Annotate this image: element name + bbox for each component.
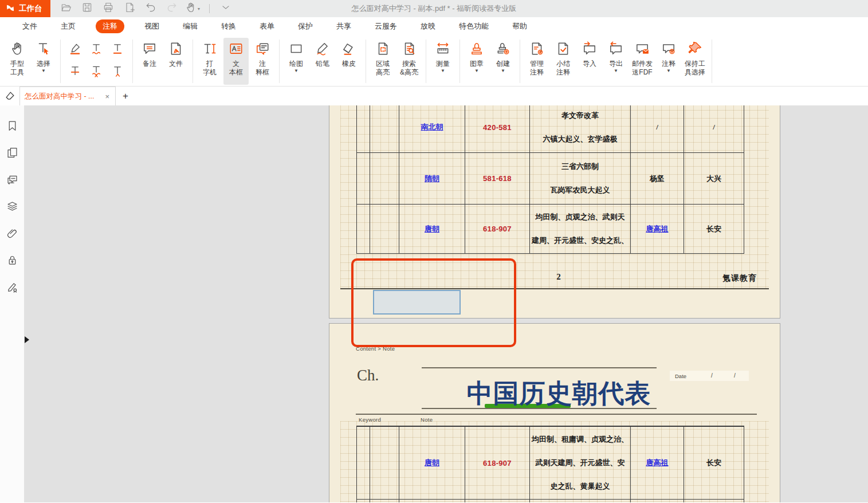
search-highlight-button[interactable]: 搜索 &高亮: [396, 38, 422, 85]
founder-value: /: [656, 123, 658, 132]
ribbon-button-label: 橡皮: [342, 60, 356, 68]
pencil-button[interactable]: 铅笔: [310, 38, 335, 85]
sidebar-comments-button[interactable]: [6, 174, 18, 187]
signature-icon: [6, 281, 18, 296]
ribbon-button-label: 导入: [583, 60, 596, 68]
measure-button[interactable]: 测量▼: [430, 38, 455, 85]
sidebar-layers-button[interactable]: [6, 201, 18, 214]
ribbon-button-label: 选择: [37, 60, 50, 68]
dynasty-cell: 南北朝: [399, 105, 465, 152]
file-attachment-button[interactable]: 文件: [163, 38, 188, 85]
ribbon-group: [65, 38, 128, 85]
highlight-text-button[interactable]: [66, 41, 85, 60]
eraser-button[interactable]: 橡皮: [336, 38, 362, 85]
years-value: 581-618: [483, 174, 512, 183]
years-cell: 581-618: [465, 153, 530, 204]
hand-tool-button[interactable]: 手型 工具: [5, 38, 30, 85]
capital-cell: /: [684, 105, 744, 152]
dynasty-link[interactable]: 唐朝: [425, 458, 439, 468]
new-tab-button[interactable]: +: [116, 87, 135, 105]
insert-text-button[interactable]: [109, 64, 127, 82]
manage-comments-button[interactable]: 管理 注释: [524, 38, 549, 85]
callout-icon: [255, 41, 270, 58]
drawing-button[interactable]: 绘图▼: [284, 38, 309, 85]
founder-value[interactable]: 唐高祖: [646, 458, 669, 468]
menu-表单[interactable]: 表单: [256, 19, 278, 33]
dynasty-link[interactable]: 南北朝: [421, 122, 443, 132]
history-table-page3: 唐朝618-907均田制、租庸调、贞观之治、武则天建周、开元盛世、安史之乱、黄巢…: [356, 426, 744, 502]
menu-特色功能[interactable]: 特色功能: [455, 19, 492, 33]
squiggly-underline-button[interactable]: [88, 41, 106, 60]
print-button[interactable]: [102, 2, 115, 15]
callout-button[interactable]: 注 释框: [250, 38, 275, 85]
select-tool-button[interactable]: 选择▼: [31, 38, 56, 85]
tab-close-icon[interactable]: ×: [104, 92, 111, 101]
founder-cell: /: [631, 105, 684, 152]
dropdown-caret-icon: ▼: [294, 69, 299, 73]
menu-保护[interactable]: 保护: [294, 19, 316, 33]
workspace-logo-button[interactable]: 工作台: [0, 0, 50, 17]
sidebar-pages-button[interactable]: [6, 147, 18, 160]
import-comments-button[interactable]: 导入: [577, 38, 602, 85]
panel-expander-arrow[interactable]: [25, 336, 29, 343]
menu-注释[interactable]: 注释: [96, 19, 124, 33]
textbox-icon: [229, 41, 243, 58]
dynasty-link[interactable]: 唐朝: [425, 224, 439, 234]
textbox-button[interactable]: 文 本框: [223, 38, 249, 85]
dropdown-caret-icon: ▼: [666, 69, 671, 73]
underline-button[interactable]: [109, 41, 127, 60]
founder-value[interactable]: 唐高祖: [646, 224, 669, 234]
summarize-comments-button[interactable]: 小结 注释: [551, 38, 576, 85]
document-tab[interactable]: 怎么面对高中学习 - ... ×: [19, 87, 116, 105]
menu-主页[interactable]: 主页: [57, 19, 79, 33]
events-cell: 三省六部制瓦岗军农民大起义: [530, 153, 631, 204]
area-highlight-button[interactable]: 区域 高亮: [370, 38, 395, 85]
open-file-button[interactable]: [60, 2, 72, 15]
chapter-label: Ch.: [357, 367, 379, 384]
founder-cell: 唐高祖: [631, 427, 684, 499]
keyword-rule: [356, 414, 757, 415]
typewriter-button[interactable]: 打 字机: [197, 38, 222, 85]
capital-value: 长安: [706, 224, 721, 234]
replace-text-button[interactable]: [88, 64, 106, 82]
export-comments-button[interactable]: 导出▼: [603, 38, 629, 85]
customize-toolbar-button[interactable]: [219, 2, 232, 15]
eraser-tool-icon[interactable]: [0, 87, 19, 105]
menu-共享[interactable]: 共享: [333, 19, 355, 33]
menu-帮助[interactable]: 帮助: [509, 19, 531, 33]
ribbon-button-label: 备注: [143, 60, 156, 68]
create-stamp-button[interactable]: 创建▼: [490, 38, 516, 85]
save-button[interactable]: [81, 2, 93, 15]
dynasty-link[interactable]: 隋朝: [425, 174, 439, 184]
hand-mode-button[interactable]: ▼: [187, 2, 199, 15]
sidebar-bookmarks-button[interactable]: [6, 120, 18, 133]
comments-settings-button[interactable]: 注释▼: [656, 38, 681, 85]
document-canvas[interactable]: 南北朝420-581孝文帝改革六镇大起义、玄学盛极//隋朝581-618三省六部…: [24, 105, 868, 502]
empty-cell: [357, 427, 370, 499]
sidebar-security-button[interactable]: [6, 255, 18, 268]
undo-button[interactable]: [144, 2, 157, 15]
menu-云服务[interactable]: 云服务: [371, 19, 400, 33]
textbox-annotation[interactable]: [373, 290, 461, 315]
keep-tool-selected-button[interactable]: 保持工 具选择: [682, 38, 708, 85]
sidebar-signatures-button[interactable]: [6, 282, 18, 294]
create-stamp-icon: [496, 41, 510, 58]
ribbon-button-label: 注释: [662, 60, 675, 68]
email-fdf-button[interactable]: 邮件发 送FDF: [630, 38, 655, 85]
menu-放映[interactable]: 放映: [417, 19, 439, 33]
create-pdf-button[interactable]: [123, 2, 136, 15]
file-attach-icon: [168, 41, 183, 58]
menu-视图[interactable]: 视图: [141, 19, 163, 33]
menu-编辑[interactable]: 编辑: [179, 19, 201, 33]
redo-button[interactable]: [166, 2, 178, 15]
sidebar-attachments-button[interactable]: [6, 228, 18, 241]
menu-文件[interactable]: 文件: [19, 19, 41, 33]
insert-text-icon: [111, 65, 124, 80]
founder-cell: 杨坚: [631, 153, 684, 204]
note-comment-button[interactable]: 备注: [137, 38, 162, 85]
stamp-button[interactable]: 图章▼: [464, 38, 489, 85]
strikeout-button[interactable]: [66, 64, 85, 82]
empty-cell: [357, 153, 370, 204]
event-line: 均田制、贞观之治、武则天: [536, 206, 625, 229]
menu-转换[interactable]: 转换: [218, 19, 239, 33]
